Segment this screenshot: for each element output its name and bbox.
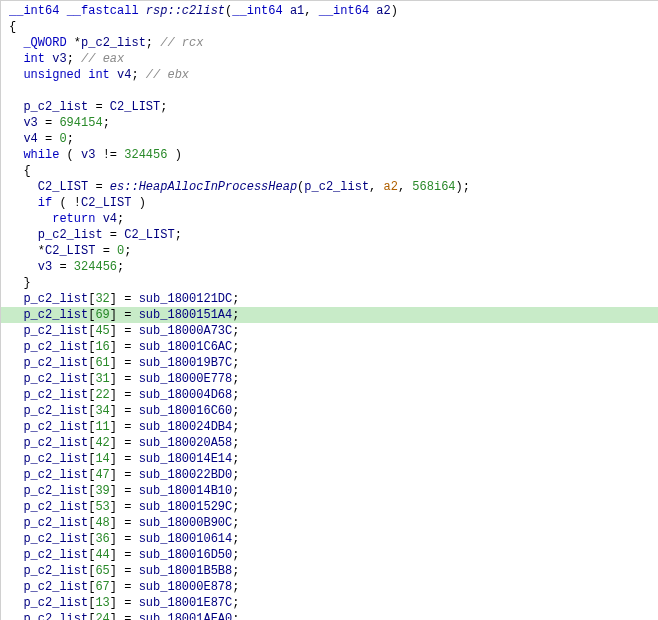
number-literal: 324456 — [124, 148, 167, 162]
assignment[interactable]: v3 = 694154; — [1, 115, 658, 131]
keyword-return: return — [52, 212, 95, 226]
array-assignment[interactable]: p_c2_list[16] = sub_18001C6AC; — [1, 339, 658, 355]
var-ref: p_c2_list — [23, 500, 88, 514]
array-assignment[interactable]: p_c2_list[36] = sub_180010614; — [1, 531, 658, 547]
index-literal: 22 — [95, 388, 109, 402]
index-literal: 53 — [95, 500, 109, 514]
index-literal: 31 — [95, 372, 109, 386]
var-ref: p_c2_list — [23, 308, 88, 322]
array-assignment[interactable]: p_c2_list[53] = sub_18001529C; — [1, 499, 658, 515]
namespace: rsp — [146, 4, 168, 18]
var-ref: p_c2_list — [23, 340, 88, 354]
type: unsigned int — [23, 68, 109, 82]
sub-name: sub_180014B10 — [139, 484, 233, 498]
var-ref: v3 — [81, 148, 95, 162]
sub-name: sub_180010614 — [139, 532, 233, 546]
arg: a2 — [384, 180, 398, 194]
sub-name: sub_18000A73C — [139, 324, 233, 338]
var-ref: v3 — [23, 116, 37, 130]
type: _QWORD — [23, 36, 66, 50]
decompiler-view[interactable]: __int64 __fastcall rsp::c2list(__int64 a… — [0, 0, 658, 620]
index-literal: 69 — [95, 308, 109, 322]
index-literal: 61 — [95, 356, 109, 370]
var-ref: C2_LIST — [45, 244, 95, 258]
if-statement[interactable]: if ( !C2_LIST ) — [1, 195, 658, 211]
array-assignment[interactable]: p_c2_list[11] = sub_180024DB4; — [1, 419, 658, 435]
array-assignment[interactable]: p_c2_list[48] = sub_18000B90C; — [1, 515, 658, 531]
assignment[interactable]: *C2_LIST = 0; — [1, 243, 658, 259]
param-name: a1 — [290, 4, 304, 18]
while-statement[interactable]: while ( v3 != 324456 ) — [1, 147, 658, 163]
number-literal: 0 — [59, 132, 66, 146]
assignment[interactable]: p_c2_list = C2_LIST; — [1, 99, 658, 115]
array-assignment[interactable]: p_c2_list[67] = sub_18000E878; — [1, 579, 658, 595]
param-name: a2 — [376, 4, 390, 18]
function-name: c2list — [182, 4, 225, 18]
var-ref: p_c2_list — [23, 532, 88, 546]
brace-open[interactable]: { — [1, 163, 658, 179]
var-name: v3 — [52, 52, 66, 66]
number-literal: 694154 — [59, 116, 102, 130]
assignment[interactable]: p_c2_list = C2_LIST; — [1, 227, 658, 243]
param-type: __int64 — [232, 4, 282, 18]
array-assignment[interactable]: p_c2_list[22] = sub_180004D68; — [1, 387, 658, 403]
keyword-while: while — [23, 148, 59, 162]
var-ref: p_c2_list — [23, 468, 88, 482]
var-ref: p_c2_list — [23, 564, 88, 578]
declaration[interactable]: unsigned int v4; // ebx — [1, 67, 658, 83]
var-ref: p_c2_list — [23, 484, 88, 498]
index-literal: 42 — [95, 436, 109, 450]
var-ref: p_c2_list — [23, 580, 88, 594]
array-assignment[interactable]: p_c2_list[45] = sub_18000A73C; — [1, 323, 658, 339]
array-assignment[interactable]: p_c2_list[65] = sub_18001B5B8; — [1, 563, 658, 579]
index-literal: 45 — [95, 324, 109, 338]
blank-line[interactable] — [1, 83, 658, 99]
var-ref: C2_LIST — [124, 228, 174, 242]
number-literal: 568i64 — [412, 180, 455, 194]
return-statement[interactable]: return v4; — [1, 211, 658, 227]
sub-name: sub_1800121DC — [139, 292, 233, 306]
declaration[interactable]: _QWORD *p_c2_list; // rcx — [1, 35, 658, 51]
function-signature[interactable]: __int64 __fastcall rsp::c2list(__int64 a… — [1, 3, 658, 19]
index-literal: 24 — [95, 612, 109, 620]
index-literal: 16 — [95, 340, 109, 354]
sub-name: sub_1800151A4 — [139, 308, 233, 322]
sub-name: sub_180016C60 — [139, 404, 233, 418]
array-assignment[interactable]: p_c2_list[13] = sub_18001E87C; — [1, 595, 658, 611]
brace-close[interactable]: } — [1, 275, 658, 291]
index-literal: 11 — [95, 420, 109, 434]
var-ref: p_c2_list — [23, 292, 88, 306]
var-ref: C2_LIST — [110, 100, 160, 114]
var-ref: p_c2_list — [23, 404, 88, 418]
array-assignment[interactable]: p_c2_list[39] = sub_180014B10; — [1, 483, 658, 499]
assignment[interactable]: v3 = 324456; — [1, 259, 658, 275]
call[interactable]: C2_LIST = es::HeapAllocInProcessHeap(p_c… — [1, 179, 658, 195]
sub-name: sub_18001AEA0 — [139, 612, 233, 620]
array-assignment[interactable]: p_c2_list[34] = sub_180016C60; — [1, 403, 658, 419]
array-assignment[interactable]: p_c2_list[31] = sub_18000E778; — [1, 371, 658, 387]
declaration[interactable]: int v3; // eax — [1, 51, 658, 67]
var-ref: C2_LIST — [81, 196, 131, 210]
param-type: __int64 — [319, 4, 369, 18]
array-assignment[interactable]: p_c2_list[14] = sub_180014E14; — [1, 451, 658, 467]
keyword-if: if — [38, 196, 52, 210]
var-ref: p_c2_list — [23, 324, 88, 338]
var-ref: p_c2_list — [23, 420, 88, 434]
array-assignment[interactable]: p_c2_list[47] = sub_180022BD0; — [1, 467, 658, 483]
return-type: __int64 — [9, 4, 59, 18]
var-ref: p_c2_list — [38, 228, 103, 242]
array-assignment[interactable]: p_c2_list[61] = sub_180019B7C; — [1, 355, 658, 371]
array-assignment[interactable]: p_c2_list[69] = sub_1800151A4; — [1, 307, 658, 323]
var-ref: C2_LIST — [38, 180, 88, 194]
sub-name: sub_180022BD0 — [139, 468, 233, 482]
index-literal: 44 — [95, 548, 109, 562]
array-assignment[interactable]: p_c2_list[32] = sub_1800121DC; — [1, 291, 658, 307]
brace-open[interactable]: { — [1, 19, 658, 35]
type: int — [23, 52, 45, 66]
assignment[interactable]: v4 = 0; — [1, 131, 658, 147]
array-assignment[interactable]: p_c2_list[42] = sub_180020A58; — [1, 435, 658, 451]
array-assignment[interactable]: p_c2_list[24] = sub_18001AEA0; — [1, 611, 658, 620]
var-ref: p_c2_list — [23, 612, 88, 620]
array-assignment[interactable]: p_c2_list[44] = sub_180016D50; — [1, 547, 658, 563]
sub-name: sub_18000E878 — [139, 580, 233, 594]
